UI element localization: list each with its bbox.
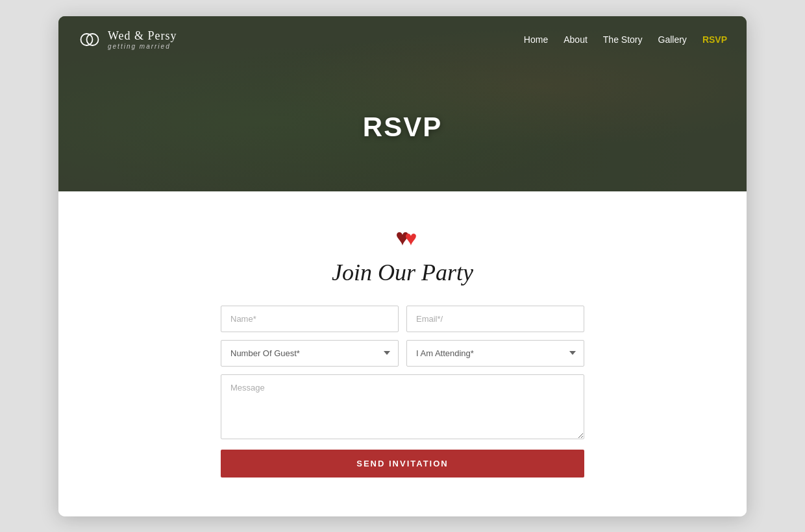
- send-invitation-button[interactable]: SEND INVITATION: [221, 450, 584, 478]
- guest-select[interactable]: Number Of Guest* 1 2 3 4 5+: [221, 340, 399, 367]
- logo-title: Wed & Persy: [108, 29, 177, 43]
- navbar: Wed & Persy getting married Home About T…: [58, 16, 747, 63]
- content-section: ♥ ♥ Join Our Party Number Of Guest* 1 2 …: [58, 191, 747, 516]
- heart-bright-icon: ♥: [404, 226, 417, 250]
- name-email-row: [221, 306, 584, 332]
- nav-link-story[interactable]: The Story: [603, 34, 643, 45]
- nav-item-story[interactable]: The Story: [603, 34, 643, 45]
- attending-select[interactable]: I Am Attending* Yes, I Am Attending No, …: [406, 340, 584, 367]
- message-textarea[interactable]: [221, 374, 584, 439]
- nav-item-gallery[interactable]: Gallery: [658, 34, 687, 45]
- nav-links: Home About The Story Gallery RSVP: [524, 34, 727, 45]
- nav-item-home[interactable]: Home: [524, 34, 548, 45]
- name-input[interactable]: [221, 306, 399, 332]
- logo-text: Wed & Persy getting married: [108, 29, 177, 50]
- nav-link-home[interactable]: Home: [524, 34, 548, 45]
- section-title: Join Our Party: [332, 259, 473, 286]
- hearts-decoration: ♥ ♥: [395, 224, 409, 251]
- rsvp-form: Number Of Guest* 1 2 3 4 5+ I Am Attendi…: [221, 306, 584, 478]
- nav-link-gallery[interactable]: Gallery: [658, 34, 687, 45]
- email-input[interactable]: [406, 306, 584, 332]
- nav-item-rsvp[interactable]: RSVP: [702, 34, 727, 45]
- logo-icon: [78, 28, 101, 51]
- hero-title-area: RSVP: [58, 63, 747, 191]
- hero-section: Wed & Persy getting married Home About T…: [58, 16, 747, 191]
- logo-subtitle: getting married: [108, 43, 177, 50]
- hero-title: RSVP: [363, 112, 442, 143]
- browser-window: Wed & Persy getting married Home About T…: [58, 16, 747, 516]
- logo: Wed & Persy getting married: [78, 28, 177, 51]
- nav-link-about[interactable]: About: [564, 34, 588, 45]
- guest-attending-row: Number Of Guest* 1 2 3 4 5+ I Am Attendi…: [221, 340, 584, 367]
- nav-item-about[interactable]: About: [564, 34, 588, 45]
- nav-link-rsvp[interactable]: RSVP: [702, 34, 727, 45]
